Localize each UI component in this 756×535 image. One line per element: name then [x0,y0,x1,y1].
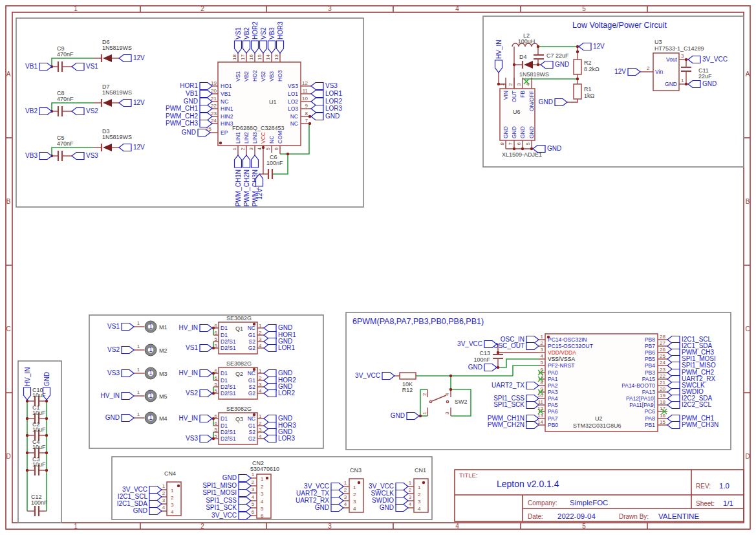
port-vs1[interactable]: VS1 [107,323,134,331]
diode-symbol[interactable] [103,54,112,62]
port-spi1-sck[interactable]: SPI1_SCK [206,504,251,512]
component-body[interactable] [349,479,363,512]
port-uart2-tx[interactable]: UART2_TX [296,490,343,497]
port-vb3[interactable]: VB3 [25,152,52,160]
port-gnd[interactable]: GND [541,61,569,69]
port-uart2-tx[interactable]: UART2_TX [491,382,539,389]
port-gnd[interactable]: GND [380,504,408,512]
port-gnd[interactable]: GND [264,415,292,422]
port-hv-in[interactable]: HV_IN [179,415,212,422]
port-vs2[interactable]: VS2 [186,389,212,397]
component-body[interactable] [414,479,428,512]
port-12v[interactable]: 12V [579,43,605,50]
component-body[interactable] [400,373,416,379]
port-lor3[interactable]: LOR3 [311,105,343,113]
port-pwm-ch2n[interactable]: PWM_CH2N [488,421,539,429]
port-hv-in[interactable]: HV_IN [101,392,134,400]
port-spi1-css[interactable]: SPI1_CSS [206,497,251,505]
port-vs2[interactable]: VS2 [72,107,98,115]
port-pwm-ch2n[interactable]: PWM_CH2N [243,155,250,206]
port-12v[interactable]: 12V [119,99,145,107]
port-gnd[interactable]: GND [133,507,162,515]
port-pwm-ch1[interactable]: PWM_CH1 [166,105,212,113]
motor-pad[interactable]: 1 [145,367,157,379]
port-vs2[interactable]: VS2 [260,27,267,53]
port-gnd[interactable]: GND [222,474,251,482]
port-3v-vcc[interactable]: 3V_VCC [688,56,728,63]
component-body[interactable] [574,60,581,74]
label-2: 2 [259,420,262,426]
port-3v-vcc[interactable]: 3V_VCC [304,483,343,490]
port-gnd[interactable]: GND [184,98,212,105]
port-pwm-ch1n[interactable]: PWM_CH1N [235,155,242,206]
port-uart2-rx[interactable]: UART2_RX [296,497,343,505]
schematic-canvas[interactable]: Low Voltage/Power Circuit 6PWM(PA8,PA7,P… [0,0,756,535]
port-lor2[interactable]: LOR2 [311,98,343,105]
port-lor2[interactable]: LOR2 [264,389,296,397]
port-i2c2-scl[interactable]: I2C2_SCL [667,401,712,409]
port-hv-in[interactable]: HV_IN [495,40,502,72]
port-lor1[interactable]: LOR1 [311,90,343,98]
port-gnd[interactable]: GND [264,324,292,332]
port-3v-vcc[interactable]: 3V_VCC [457,340,497,348]
port-3v-vcc[interactable]: 3V_VCC [355,372,394,380]
port-lor3[interactable]: LOR3 [264,435,296,442]
port-hv-in[interactable]: HV_IN [24,367,31,400]
port-vs3[interactable]: VS3 [72,152,98,160]
port-vs3[interactable]: VS3 [107,369,134,377]
port-vb2[interactable]: VB2 [25,107,52,115]
port-hor1[interactable]: HOR1 [180,82,212,90]
port-12v[interactable]: 12V [119,54,145,62]
port-gnd[interactable]: GND [315,504,343,512]
port-spi1-sck[interactable]: SPI1_SCK [493,401,539,409]
port-12v[interactable]: 12V [119,144,145,151]
port-3v-vcc[interactable]: 3V_VCC [122,486,162,494]
port-3v-vcc[interactable]: 3V_VCC [211,512,251,519]
port-12v[interactable]: 12V [614,68,640,76]
motor-pad[interactable]: 1 [145,390,157,402]
port-hv-in[interactable]: HV_IN [179,324,212,332]
label-g2: G2 [248,345,256,351]
port-vb3[interactable]: VB3 [268,27,275,53]
port-gnd[interactable]: GND [468,364,497,371]
port-hv-in[interactable]: HV_IN [179,369,212,377]
port-vs1[interactable]: VS1 [72,63,98,71]
port-pwm-ch3n[interactable]: PWM_CH3N [667,421,718,429]
diode-symbol[interactable] [103,99,112,107]
port-vs3[interactable]: VS3 [311,82,338,90]
port-3v-vcc[interactable]: 3V_VCC [369,483,408,490]
motor-pad[interactable]: 1 [145,344,157,356]
port-gnd[interactable]: GND [539,98,567,106]
port-gnd[interactable]: GND [311,113,340,120]
port-gnd[interactable]: GND [264,369,292,377]
port-lor1[interactable]: LOR1 [264,344,296,352]
port-gnd[interactable]: GND [688,80,717,88]
port-spi1-mosi[interactable]: SPI1_MOSI [202,489,251,497]
component-body[interactable] [257,474,271,518]
port-hor3[interactable]: HOR3 [277,21,284,53]
port-vs1[interactable]: VS1 [186,344,212,352]
motor-pad[interactable]: 1 [145,412,157,424]
port-spi1-miso[interactable]: SPI1_MISO [202,482,251,490]
port-vb2[interactable]: VB2 [243,27,250,53]
port-vs3[interactable]: VS3 [186,435,212,442]
port-vs1[interactable]: VS1 [235,27,242,53]
diode-symbol[interactable] [103,144,112,151]
port-pwm-ch2[interactable]: PWM_CH2 [166,113,212,120]
port-gnd[interactable]: GND [105,414,134,422]
diode-symbol[interactable] [524,61,533,69]
port-vs2[interactable]: VS2 [107,346,134,354]
port-i2c1-sda[interactable]: I2C1_SDA [117,500,162,508]
motor-pad[interactable]: 1 [145,321,157,333]
label-1n5819ws: 1N5819WS [519,71,549,78]
port-osc-out[interactable]: OSC_OUT [493,342,539,350]
port-swclk[interactable]: SWCLK [371,490,408,497]
port-swdio[interactable]: SWDIO [372,497,408,505]
port-vb1[interactable]: VB1 [186,90,212,98]
port-vb1[interactable]: VB1 [25,63,52,71]
port-gnd[interactable]: GND [391,412,419,420]
port-spi1-miso[interactable]: SPI1_MISO [667,362,716,369]
port-i2c1-scl[interactable]: I2C1_SCL [118,493,162,501]
port-hor2[interactable]: HOR2 [252,21,259,53]
component-body[interactable] [574,84,581,99]
